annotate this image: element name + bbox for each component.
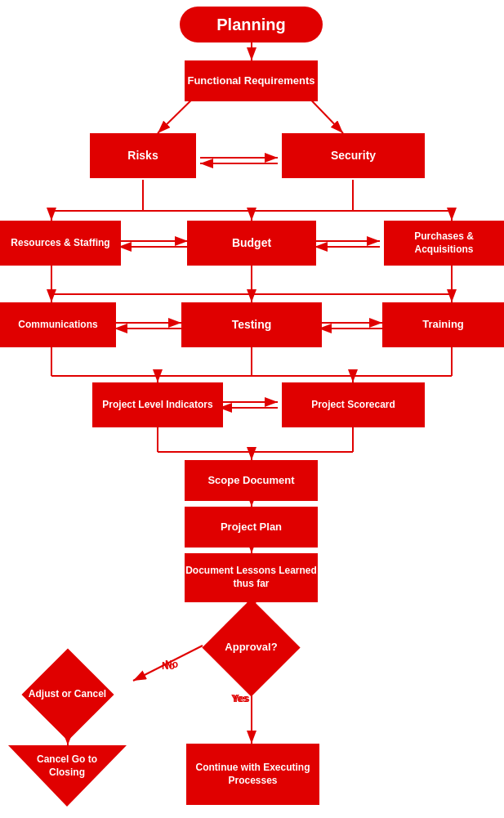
planning-node: Planning [180, 7, 323, 42]
cancel-closing-label: Cancel Go to Closing [26, 753, 108, 779]
project-plan-node: Project Plan [185, 507, 318, 548]
adjust-cancel-diamond: Adjust or Cancel [0, 662, 135, 727]
purchases-acquisitions-node: Purchases & Acquisitions [384, 221, 504, 266]
security-node: Security [282, 133, 425, 178]
no-arrow-label: No [165, 659, 178, 670]
communications-node: Communications [0, 302, 116, 347]
testing-node: Testing [181, 302, 322, 347]
project-scorecard-node: Project Scorecard [282, 382, 425, 427]
approval-diamond: Approval? [184, 613, 319, 682]
project-level-indicators-node: Project Level Indicators [92, 382, 223, 427]
yes-arrow-label: Yes [231, 693, 248, 704]
document-lessons-node: Document Lessons Learned thus far [185, 553, 318, 602]
budget-node: Budget [187, 221, 316, 266]
resources-staffing-node: Resources & Staffing [0, 221, 121, 266]
scope-document-node: Scope Document [185, 460, 318, 501]
continue-executing-node: Continue with Executing Processes [186, 744, 319, 805]
cancel-closing-triangle: Cancel Go to Closing [8, 745, 127, 807]
training-node: Training [382, 302, 504, 347]
risks-node: Risks [90, 133, 196, 178]
functional-requirements-node: Functional Requirements [185, 60, 318, 101]
